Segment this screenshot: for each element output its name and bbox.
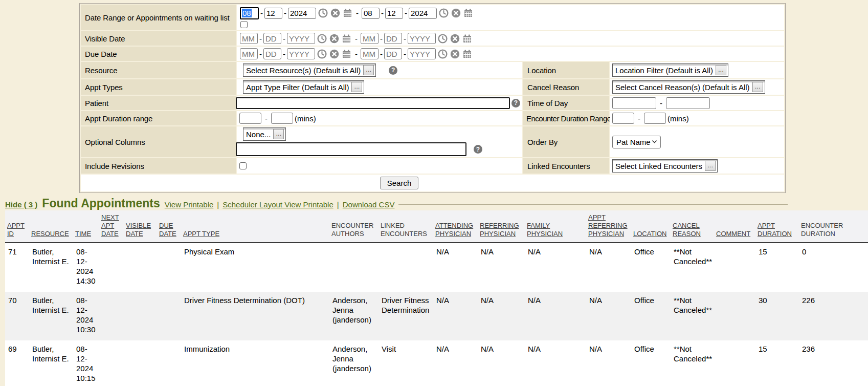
visible-date-label: Visible Date	[81, 31, 236, 46]
column-header[interactable]: LOCATION	[631, 210, 671, 243]
clock-icon[interactable]	[317, 49, 327, 59]
resource-select[interactable]: Select Resource(s) (Default is All) ...	[243, 63, 376, 77]
column-header[interactable]: RESOURCE	[29, 210, 73, 243]
due-to-year-input[interactable]	[408, 48, 436, 59]
cell	[124, 292, 157, 340]
calendar-icon[interactable]	[462, 33, 472, 44]
waiting-list-checkbox[interactable]	[240, 21, 248, 28]
visible-to-year-input[interactable]	[408, 33, 436, 44]
column-header[interactable]: APPT DURATION	[755, 210, 799, 243]
chevron-down-icon	[652, 140, 657, 144]
calendar-icon[interactable]	[462, 49, 472, 59]
help-icon[interactable]: ?	[511, 99, 520, 108]
date-to-day-input[interactable]	[385, 8, 403, 19]
cell: Immunization	[181, 340, 329, 386]
clear-circle-icon[interactable]	[329, 33, 339, 44]
date-to-month-input[interactable]	[362, 8, 380, 19]
due-from-day-input[interactable]	[263, 48, 281, 59]
linked-encounters-more-button[interactable]: ...	[705, 161, 716, 171]
date-from-year-input[interactable]	[288, 8, 316, 19]
help-icon[interactable]: ?	[389, 66, 397, 75]
resource-more-button[interactable]: ...	[363, 65, 374, 75]
clock-icon[interactable]	[437, 33, 448, 44]
location-more-button[interactable]: ...	[716, 65, 726, 75]
visible-to-day-input[interactable]	[384, 33, 402, 44]
location-select[interactable]: Location Filter (Default is All) ...	[612, 63, 728, 77]
due-to-day-input[interactable]	[384, 48, 402, 59]
patient-input[interactable]	[236, 97, 510, 109]
column-header[interactable]: APPT REFERRING PHYSICIAN	[586, 210, 631, 243]
help-icon[interactable]: ?	[474, 145, 482, 154]
cell: N/A	[586, 292, 631, 340]
visible-from-day-input[interactable]	[263, 33, 281, 44]
column-header[interactable]: TIME	[73, 210, 99, 243]
visible-from-year-input[interactable]	[287, 33, 315, 44]
visible-date-cell: - - - - -	[237, 31, 784, 46]
download-csv-link[interactable]: Download CSV	[343, 200, 395, 209]
cell: Butler, Internist E.	[29, 243, 73, 292]
date-from-month-input[interactable]: 08	[240, 7, 259, 19]
column-header[interactable]: CANCEL REASON	[671, 210, 714, 243]
column-header[interactable]: APPT TYPE	[181, 210, 329, 243]
visible-to-month-input[interactable]	[361, 33, 379, 44]
encounter-duration-min-input[interactable]	[612, 113, 634, 124]
clear-circle-icon[interactable]	[450, 33, 460, 44]
column-header[interactable]: REFERRING PHYSICIAN	[478, 210, 525, 243]
order-by-select[interactable]: Pat Name	[612, 136, 661, 148]
encounter-duration-units: (mins)	[667, 114, 689, 123]
clear-circle-icon[interactable]	[330, 8, 340, 18]
hide-link[interactable]: Hide ( 3 )	[5, 200, 37, 209]
appt-duration-min-input[interactable]	[239, 113, 261, 124]
clock-icon[interactable]	[438, 8, 449, 18]
column-header[interactable]: APPT ID	[5, 210, 29, 243]
encounter-duration-max-input[interactable]	[644, 113, 666, 124]
column-header[interactable]: COMMENT	[714, 210, 755, 243]
column-header[interactable]: NEXT APT DATE	[99, 210, 124, 243]
date-to-year-input[interactable]	[409, 8, 437, 19]
clock-icon[interactable]	[437, 49, 448, 59]
column-header[interactable]: ATTENDING PHYSICIAN	[433, 210, 478, 243]
cell: 15	[755, 340, 799, 386]
optional-columns-input[interactable]	[236, 142, 466, 156]
calendar-icon[interactable]	[341, 33, 351, 44]
clear-circle-icon[interactable]	[329, 49, 339, 59]
clock-icon[interactable]	[318, 8, 328, 18]
due-to-month-input[interactable]	[361, 48, 379, 59]
clear-circle-icon[interactable]	[450, 49, 460, 59]
cell	[99, 292, 124, 340]
linked-encounters-select[interactable]: Select Linked Encounters ...	[612, 159, 718, 173]
optional-columns-select[interactable]: None... ...	[243, 127, 286, 141]
appt-types-select[interactable]: Appt Type Filter (Default is All) ...	[243, 80, 364, 94]
cancel-reason-select[interactable]: Select Cancel Reason(s) (Default is All)…	[612, 80, 765, 94]
cancel-reason-cell: Select Cancel Reason(s) (Default is All)…	[610, 79, 784, 95]
calendar-icon[interactable]	[342, 8, 352, 18]
cell: Office	[631, 243, 671, 292]
column-header[interactable]: FAMILY PHYSICIAN	[525, 210, 586, 243]
cell: **Not Canceled**	[671, 243, 714, 292]
cell: Butler, Internist E.	[29, 292, 73, 340]
column-header[interactable]: VISIBLE DATE	[124, 210, 157, 243]
cancel-reason-label: Cancel Reason	[523, 79, 609, 95]
visible-from-month-input[interactable]	[240, 33, 258, 44]
cancel-reason-more-button[interactable]: ...	[752, 82, 763, 92]
clock-icon[interactable]	[317, 33, 327, 44]
clear-circle-icon[interactable]	[451, 8, 461, 18]
date-from-day-input[interactable]	[264, 8, 282, 19]
scheduler-layout-link[interactable]: Scheduler Layout View Printable	[222, 200, 333, 209]
calendar-icon[interactable]	[463, 8, 473, 18]
search-button[interactable]: Search	[380, 177, 419, 189]
due-from-month-input[interactable]	[240, 48, 258, 59]
appt-duration-max-input[interactable]	[271, 113, 293, 124]
time-of-day-from-input[interactable]	[612, 97, 656, 109]
optional-columns-more-button[interactable]: ...	[273, 129, 284, 139]
include-revisions-checkbox[interactable]	[239, 162, 247, 169]
appt-types-more-button[interactable]: ...	[351, 82, 362, 92]
calendar-icon[interactable]	[341, 49, 351, 59]
cell: 236	[799, 340, 868, 386]
appt-types-cell: Appt Type Filter (Default is All) ...	[237, 79, 522, 95]
due-from-year-input[interactable]	[287, 48, 315, 59]
column-header[interactable]: DUE DATE	[157, 210, 181, 243]
cell: N/A	[478, 340, 525, 386]
view-printable-link[interactable]: View Printable	[165, 200, 214, 209]
time-of-day-to-input[interactable]	[666, 97, 710, 109]
